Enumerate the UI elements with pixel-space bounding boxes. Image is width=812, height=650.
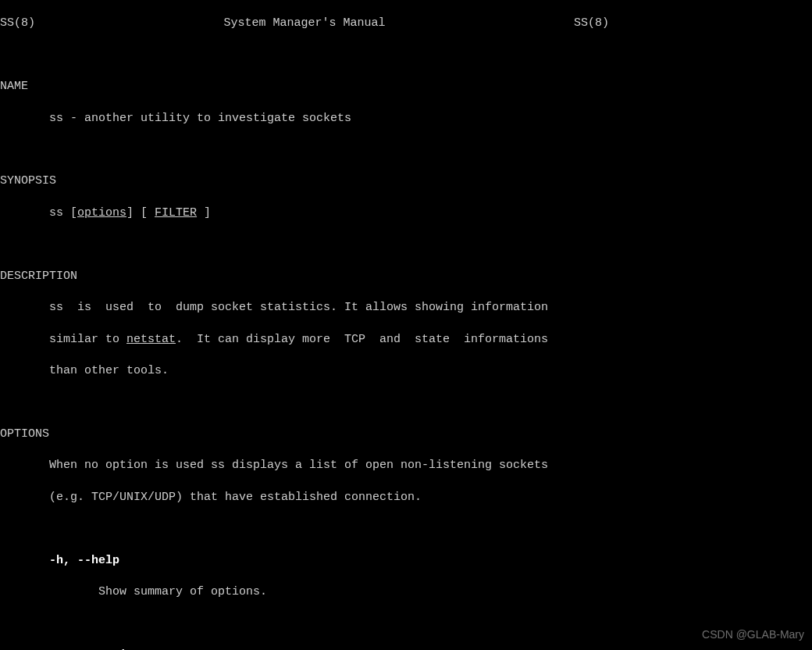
watermark: CSDN @GLAB-Mary — [702, 627, 804, 642]
manpage-content: SS(8)System Manager's ManualSS(8) NAME s… — [0, 0, 812, 650]
desc-line2: similar to netstat. It can display more … — [0, 332, 812, 348]
header-left: SS(8) — [0, 16, 35, 31]
options-intro1: When no option is used ss displays a lis… — [0, 458, 812, 473]
options-intro2: (e.g. TCP/UNIX/UDP) that have establishe… — [0, 490, 812, 505]
name-heading: NAME — [0, 79, 812, 95]
header-center: System Manager's Manual — [223, 16, 385, 31]
options-link: options — [77, 206, 126, 220]
synopsis-line: ss [options] [ FILTER ] — [0, 205, 812, 221]
description-heading: DESCRIPTION — [0, 269, 812, 284]
desc-line1: ss is used to dump socket statistics. It… — [0, 300, 812, 316]
header-right: SS(8) — [574, 16, 812, 31]
desc-line3: than other tools. — [0, 363, 812, 379]
option-desc: Show summary of options. — [0, 584, 812, 600]
netstat-link: netstat — [126, 333, 176, 346]
name-text: ss - another utility to investigate sock… — [0, 111, 812, 127]
options-heading: OPTIONS — [0, 427, 812, 442]
filter-link: FILTER — [155, 206, 197, 220]
option-flag: -h, --help — [0, 553, 812, 569]
synopsis-heading: SYNOPSIS — [0, 173, 812, 189]
